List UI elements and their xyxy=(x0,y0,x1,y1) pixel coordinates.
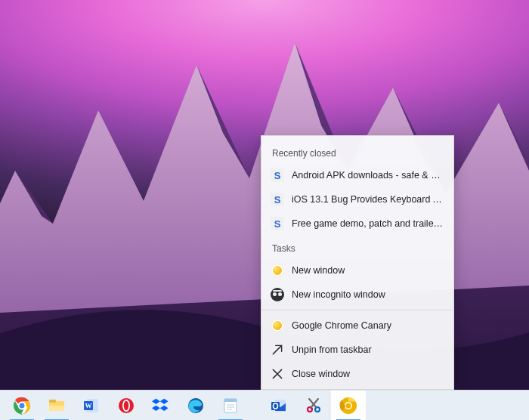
chrome-icon xyxy=(12,396,32,415)
taskbar-item-outlook[interactable] xyxy=(261,391,296,421)
taskbar-item-edge[interactable] xyxy=(178,391,213,421)
jumplist-item-label: New incognito window xyxy=(292,289,385,300)
taskbar: W xyxy=(0,390,529,420)
jumplist: Recently closed S Android APK downloads … xyxy=(261,135,454,390)
unpin-icon xyxy=(271,343,284,357)
jumplist-recent-item[interactable]: S Free game demo, patch and trailer do… xyxy=(261,212,453,236)
jumplist-task-new-incognito[interactable]: New incognito window xyxy=(261,283,453,307)
jumplist-header-tasks: Tasks xyxy=(261,236,453,258)
svg-text:W: W xyxy=(85,402,92,409)
separator xyxy=(261,310,453,310)
jumplist-item-label: Android APK downloads - safe & verifi… xyxy=(292,170,444,181)
jumplist-close-window[interactable]: Close window xyxy=(261,362,453,386)
taskbar-item-chrome[interactable] xyxy=(5,391,39,421)
taskbar-item-file-explorer[interactable] xyxy=(39,391,74,421)
canary-icon xyxy=(271,264,284,277)
svg-rect-5 xyxy=(49,400,56,403)
taskbar-item-word[interactable]: W xyxy=(74,391,109,421)
svg-point-12 xyxy=(124,400,128,409)
edge-icon xyxy=(186,396,206,415)
site-icon: S xyxy=(271,168,284,182)
taskbar-item-notepad[interactable] xyxy=(213,391,248,421)
jumplist-app-name[interactable]: Google Chrome Canary xyxy=(261,313,453,338)
jumplist-task-new-window[interactable]: New window xyxy=(261,258,453,283)
taskbar-item-dropbox[interactable] xyxy=(144,391,178,421)
jumplist-item-label: Unpin from taskbar xyxy=(292,344,372,355)
jumplist-recent-item[interactable]: S Android APK downloads - safe & verifi… xyxy=(261,163,453,187)
opera-icon xyxy=(116,396,136,415)
jumplist-item-label: Google Chrome Canary xyxy=(292,320,391,331)
svg-rect-6 xyxy=(49,406,64,411)
jumplist-item-label: iOS 13.1 Bug Provides Keyboard Apps… xyxy=(292,194,444,205)
word-icon: W xyxy=(82,396,101,415)
taskbar-item-chrome-canary[interactable] xyxy=(331,391,366,421)
jumplist-recent-item[interactable]: S iOS 13.1 Bug Provides Keyboard Apps… xyxy=(261,187,453,212)
site-icon: S xyxy=(271,217,284,230)
close-icon xyxy=(271,367,284,381)
snipping-tool-icon xyxy=(304,396,323,415)
svg-point-26 xyxy=(346,403,351,408)
dropbox-icon xyxy=(151,396,171,415)
incognito-icon xyxy=(271,288,284,301)
chrome-canary-icon xyxy=(339,396,358,415)
file-explorer-icon xyxy=(47,396,67,415)
notepad-icon xyxy=(221,396,240,415)
jumplist-item-label: New window xyxy=(292,265,345,276)
canary-icon xyxy=(271,319,284,332)
taskbar-item-opera[interactable] xyxy=(109,391,144,421)
jumplist-item-label: Free game demo, patch and trailer do… xyxy=(292,218,444,229)
jumplist-item-label: Close window xyxy=(292,369,350,379)
site-icon: S xyxy=(271,193,284,206)
taskbar-item-snipping-tool[interactable] xyxy=(296,391,331,421)
svg-rect-15 xyxy=(224,399,237,402)
jumplist-unpin[interactable]: Unpin from taskbar xyxy=(261,338,453,362)
jumplist-header-recent: Recently closed xyxy=(261,141,453,163)
outlook-icon xyxy=(269,396,289,415)
